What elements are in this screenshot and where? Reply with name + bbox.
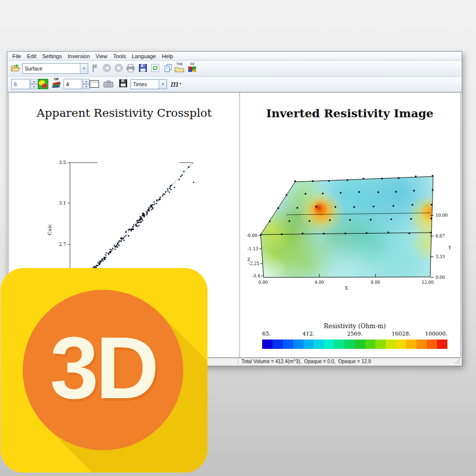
crossplot-ylabel: Calc [47, 224, 52, 235]
colorbar-segment [375, 340, 386, 349]
snapshot-camera-icon[interactable] [103, 79, 113, 89]
view-toolbar: 6 ▲ ▼ VM 4 ▲ ▼ Ti [7, 77, 462, 92]
status-message: Total Volume = 412.4(m^3), Opaque = 0.0,… [241, 358, 371, 365]
unit-dropdown-arrow-icon: ▾ [179, 82, 181, 86]
crossplot-ytick-2: 3.1 [59, 201, 66, 205]
refresh-icon[interactable] [150, 63, 160, 73]
colorbar-labels: 65. 412. 2569. 16028. 100000. [262, 331, 447, 338]
menu-language[interactable]: Language [129, 53, 159, 59]
menu-tools[interactable]: Tools [110, 53, 129, 59]
trial-folder-icon[interactable]: Trial [174, 62, 185, 75]
spinner-up-icon[interactable]: ▲ [31, 79, 37, 84]
crossplot-title: Apparent Resistivity Crossplot [9, 106, 239, 119]
contour-levels-spinner[interactable]: 6 ▲ ▼ [11, 79, 37, 89]
forward-icon[interactable] [102, 63, 112, 73]
font-combobox-arrow-icon[interactable]: ▼ [159, 80, 167, 89]
panel-divider [239, 93, 240, 357]
trial-folder-label: Trial [174, 62, 185, 66]
colorbar-segment [283, 340, 293, 349]
3d-badge: 3D [0, 268, 207, 473]
colorbar-tick: 412. [303, 331, 315, 337]
menu-edit[interactable]: Edit [24, 53, 39, 59]
colorbar-tick: 2569. [347, 331, 363, 337]
contour-map-icon[interactable] [38, 79, 48, 89]
spinner-up-icon[interactable]: ▲ [83, 79, 90, 84]
colorbar-segment [334, 340, 344, 349]
copy-icon[interactable] [163, 63, 173, 73]
menu-bar: File Edit Settings Inversion View Tools … [7, 52, 462, 61]
spinner-down-icon[interactable]: ▼ [31, 84, 37, 90]
unit-label: m [170, 79, 178, 89]
cancel-icon[interactable] [114, 63, 124, 73]
colorbar-segment [293, 340, 304, 349]
3d-badge-label: 3D [50, 317, 156, 418]
contour-levels-value: 6 [11, 79, 30, 89]
volume-title: Inverted Resistivity Image [239, 106, 460, 120]
colorbar-segment [437, 340, 447, 349]
colorbar-segment [406, 340, 416, 349]
menu-help[interactable]: Help [159, 53, 176, 59]
colorbar-segment [272, 340, 283, 349]
desktop: { "app": { "menu_items": ["File","Edit",… [0, 0, 476, 476]
colorbar-tick: 65. [262, 331, 271, 337]
decimals-spinner[interactable]: 4 ▲ ▼ [64, 79, 90, 89]
menu-view[interactable]: View [93, 53, 110, 59]
resize-grip-icon[interactable] [455, 359, 460, 364]
colorbar-segment [324, 340, 334, 349]
colorbar [262, 340, 447, 349]
vm-view-label: VM [51, 77, 62, 81]
menu-inversion[interactable]: Inversion [65, 53, 93, 59]
crossplot-ytick-3: 2.7 [59, 242, 67, 247]
font-combobox-value: Times [131, 81, 159, 87]
menu-file[interactable]: File [9, 53, 24, 59]
colorbar-segment [386, 340, 396, 349]
colorbar-segment [427, 340, 437, 349]
save-image-icon[interactable] [119, 79, 129, 89]
3d-badge-circle: 3D [23, 290, 183, 450]
unit-dropdown[interactable]: m ▾ [170, 79, 181, 89]
menu-settings[interactable]: Settings [39, 53, 65, 59]
open-folder-icon[interactable] [10, 63, 20, 73]
colorbar-title: Resistivity (Ohm-m) [262, 322, 447, 330]
colorbar-segment [396, 340, 407, 349]
colorbar-tick: 16028. [392, 331, 411, 337]
vm-view-icon[interactable]: VM [51, 77, 62, 90]
crossplot-ytick-1: 3.5 [59, 160, 67, 165]
g4-button-label: G4 [187, 62, 198, 66]
spinner-down-icon[interactable]: ▼ [83, 84, 90, 90]
decimals-value: 4 [64, 79, 82, 89]
colorbar-segment [365, 340, 375, 349]
colorbar-segment [313, 340, 324, 349]
colorbar-tick: 100000. [425, 331, 448, 337]
flag-icon[interactable] [90, 63, 100, 73]
dataset-combobox-arrow-icon[interactable]: ▼ [80, 64, 88, 73]
dataset-combobox-value: Surface [23, 66, 80, 71]
print-icon[interactable] [126, 63, 136, 73]
volume-3d-view[interactable] [244, 165, 461, 294]
save-icon[interactable] [138, 63, 148, 73]
range-box-icon[interactable] [89, 79, 99, 89]
dataset-combobox[interactable]: Surface ▼ [22, 63, 88, 74]
colorbar-segment [304, 340, 314, 349]
g4-button-icon[interactable]: G4 [187, 62, 198, 75]
colorbar-segment [344, 340, 355, 349]
font-combobox[interactable]: Times ▼ [131, 79, 167, 89]
colorbar-segment [416, 340, 427, 349]
colorbar-segment [262, 340, 272, 349]
colorbar-segment [355, 340, 365, 349]
main-toolbar: Surface ▼ Trial G4 [7, 61, 462, 77]
